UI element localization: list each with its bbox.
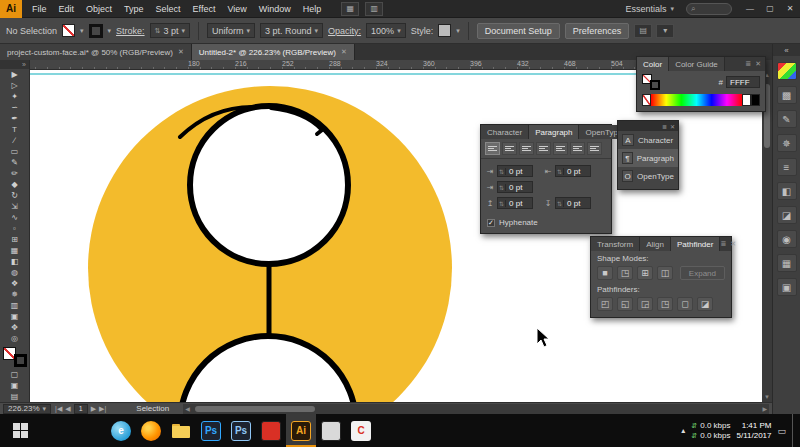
- paintbrush-tool[interactable]: ✎: [4, 157, 26, 168]
- document-tab[interactable]: Untitled-2* @ 226.23% (RGB/Preview)✕: [192, 44, 355, 60]
- magic-wand-tool[interactable]: ✦: [4, 91, 26, 102]
- hyphenate-checkbox[interactable]: ✓: [487, 219, 495, 227]
- space-before-input[interactable]: ⇅0 pt: [497, 197, 533, 209]
- photoshop-2[interactable]: Ps: [226, 414, 256, 447]
- scroll-down-icon[interactable]: ▼: [762, 392, 772, 402]
- swatches-panel-icon[interactable]: ▩: [777, 86, 797, 104]
- layers-panel-icon[interactable]: ▦: [777, 254, 797, 272]
- panel-menu-icon[interactable]: ≣: [720, 240, 726, 248]
- style-dropdown-icon[interactable]: ▾: [456, 27, 460, 35]
- chevron-down-icon[interactable]: ▾: [397, 27, 401, 35]
- opacity-link[interactable]: Opacity:: [328, 26, 361, 36]
- last-artboard-button[interactable]: ▶|: [99, 405, 106, 413]
- pathfinder-outline[interactable]: ◻: [677, 297, 693, 311]
- close-icon[interactable]: ✕: [730, 240, 736, 248]
- screen-layout-icon[interactable]: ▥: [365, 2, 383, 16]
- close-icon[interactable]: ✕: [670, 123, 675, 130]
- draw-inside-icon[interactable]: ▣: [4, 380, 26, 391]
- stepper-icon[interactable]: ⇅: [498, 184, 506, 191]
- menu-view[interactable]: View: [221, 0, 252, 18]
- action-center-icon[interactable]: ▭: [777, 426, 786, 436]
- illustrator[interactable]: Ai: [286, 414, 316, 447]
- scroll-left-icon[interactable]: ◀: [183, 405, 192, 412]
- black-swatch[interactable]: [751, 94, 760, 106]
- white-swatch[interactable]: [742, 94, 751, 106]
- pen-tool[interactable]: ✒: [4, 113, 26, 124]
- first-line-indent-input[interactable]: ⇅0 pt: [497, 181, 533, 193]
- blend-tool[interactable]: ❖: [4, 278, 26, 289]
- menu-window[interactable]: Window: [253, 0, 297, 18]
- shape-mode-exclude[interactable]: ◫: [657, 266, 673, 280]
- mesh-tool[interactable]: ▦: [4, 245, 26, 256]
- shape-builder-tool[interactable]: ⊞: [4, 234, 26, 245]
- justify-last-left[interactable]: [536, 142, 551, 155]
- close-icon[interactable]: ✕: [178, 48, 184, 56]
- rectangle-tool[interactable]: ▭: [4, 146, 26, 157]
- photoshop[interactable]: Ps: [196, 414, 226, 447]
- document-tab[interactable]: project-custom-face.ai* @ 50% (RGB/Previ…: [0, 44, 192, 60]
- stepper-icon[interactable]: ⇅: [556, 168, 564, 175]
- none-color-swatch[interactable]: [642, 94, 651, 106]
- brush-definition-select[interactable]: 3 pt. Round ▾: [260, 23, 323, 38]
- control-overflow-icon[interactable]: ▾: [656, 24, 674, 38]
- column-graph-tool[interactable]: ▥: [4, 300, 26, 311]
- workspace-switcher[interactable]: Essentials ▾: [621, 4, 678, 14]
- tab-paragraph[interactable]: Paragraph: [529, 125, 579, 139]
- flyout-item-opentype[interactable]: OOpenType: [618, 167, 678, 185]
- stroke-panel-icon[interactable]: ≡: [777, 158, 797, 176]
- preferences-button[interactable]: Preferences: [565, 23, 630, 39]
- transparency-panel-icon[interactable]: ◪: [777, 206, 797, 224]
- adobe-red-app[interactable]: [256, 414, 286, 447]
- pathfinder-merge[interactable]: ◲: [637, 297, 653, 311]
- direct-selection-tool[interactable]: ▷: [4, 80, 26, 91]
- show-desktop-button[interactable]: [792, 414, 796, 447]
- justify-last-center[interactable]: [553, 142, 568, 155]
- brushes-panel-icon[interactable]: ✎: [777, 110, 797, 128]
- chevron-down-icon[interactable]: ▾: [315, 27, 319, 35]
- gradient-tool[interactable]: ◧: [4, 256, 26, 267]
- align-left[interactable]: [485, 142, 500, 155]
- artboard-number-field[interactable]: 1: [74, 404, 88, 414]
- previous-artboard-button[interactable]: ◀: [65, 405, 70, 413]
- selection-tool[interactable]: ▶: [4, 69, 26, 80]
- align-right[interactable]: [519, 142, 534, 155]
- stroke-swatch[interactable]: [89, 24, 103, 38]
- horizontal-scrollbar[interactable]: ◀ ▶: [183, 404, 769, 414]
- width-profile-select[interactable]: Uniform ▾: [207, 23, 255, 38]
- chevron-down-icon[interactable]: ▾: [181, 27, 185, 35]
- vertical-scrollbar[interactable]: ▲ ▼: [762, 70, 772, 402]
- align-center[interactable]: [502, 142, 517, 155]
- fill-dropdown-icon[interactable]: ▾: [80, 27, 84, 35]
- stepper-icon[interactable]: ⇅: [498, 168, 506, 175]
- pathfinder-crop[interactable]: ◳: [657, 297, 673, 311]
- color-spectrum[interactable]: [651, 94, 742, 106]
- symbols-panel-icon[interactable]: ✵: [777, 134, 797, 152]
- scroll-right-icon[interactable]: ▶: [760, 405, 769, 412]
- menu-help[interactable]: Help: [297, 0, 328, 18]
- style-swatch[interactable]: [438, 24, 451, 37]
- tab-align[interactable]: Align: [640, 237, 671, 251]
- hand-tool[interactable]: ✥: [4, 322, 26, 333]
- expand-button[interactable]: Expand: [680, 266, 725, 280]
- screen-mode-icon[interactable]: ▤: [4, 391, 26, 402]
- first-artboard-button[interactable]: |◀: [55, 405, 62, 413]
- stepper-icon[interactable]: ⇅: [498, 200, 506, 207]
- arrange-documents-icon[interactable]: ▦: [341, 2, 359, 16]
- shape-mode-minus-front[interactable]: ◳: [617, 266, 633, 280]
- menu-type[interactable]: Type: [118, 0, 150, 18]
- rotate-tool[interactable]: ↻: [4, 190, 26, 201]
- free-transform-tool[interactable]: ▫: [4, 223, 26, 234]
- flyout-item-paragraph[interactable]: ¶Paragraph: [618, 149, 678, 167]
- line-segment-tool[interactable]: ∕: [4, 135, 26, 146]
- panel-menu-icon[interactable]: ≣: [745, 60, 751, 68]
- tray-expand-icon[interactable]: ▴: [681, 426, 685, 435]
- color-stroke-swatch[interactable]: [650, 80, 660, 90]
- lasso-tool[interactable]: ∽: [4, 102, 26, 113]
- menu-effect[interactable]: Effect: [187, 0, 222, 18]
- eraser-tool[interactable]: ◆: [4, 179, 26, 190]
- stroke-weight-field[interactable]: ⇅ 3 pt ▾: [150, 23, 190, 38]
- pathfinder-minus-back[interactable]: ◪: [697, 297, 713, 311]
- flyout-item-character[interactable]: ACharacter: [618, 131, 678, 149]
- eyedropper-tool[interactable]: ◍: [4, 267, 26, 278]
- space-after-input[interactable]: ⇅0 pt: [555, 197, 591, 209]
